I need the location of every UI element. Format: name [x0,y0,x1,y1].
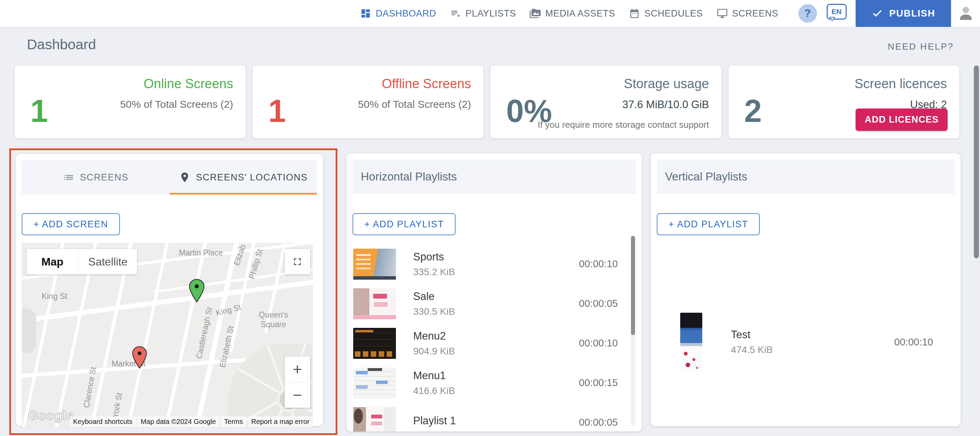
nav-item-media-assets[interactable]: MEDIA ASSETS [530,8,615,19]
playlist-lines-icon [450,8,461,19]
map-data-copyright: Map data ©2024 Google [137,416,219,427]
street-label-queens-square: Queen's Square [250,310,297,329]
keyboard-shortcuts-link[interactable]: Keyboard shortcuts [70,416,136,427]
google-logo[interactable]: Google [28,409,74,423]
need-help-link[interactable]: NEED HELP? [888,41,954,52]
map-fullscreen-button[interactable] [285,249,310,274]
tab-screens-locations-label: SCREENS' LOCATIONS [196,172,308,183]
playlist-duration: 00:00:10 [894,336,933,348]
playlist-thumbnail-sale [353,288,396,319]
add-vertical-playlist-button[interactable]: + ADD PLAYLIST [657,213,760,235]
online-screen-map-marker[interactable] [189,279,205,304]
map-type-map-button[interactable]: Map [27,249,78,274]
dashboard-grid-icon [360,8,371,19]
top-navbar: DASHBOARD PLAYLISTS MEDIA ASSETS SCHEDUL… [0,0,980,27]
horizontal-playlists-title: Horizontal Playlists [361,170,457,183]
playlist-size: 330.5 KiB [413,306,455,317]
playlist-row-sale[interactable]: Sale 330.5 KiB 00:00:05 [346,284,642,323]
storage-usage-amount: 37.6 MiB/10.0 GiB [622,98,709,111]
publish-button[interactable]: PUBLISH [856,0,951,27]
nav-screens-label: SCREENS [732,8,778,19]
screens-locations-panel: SCREENS SCREENS' LOCATIONS + ADD SCREEN [16,154,323,426]
map-attribution-bar: Keyboard shortcuts Map data ©2024 Google… [70,416,313,427]
playlist-scrollbar-track[interactable] [631,236,635,426]
list-icon [63,171,75,183]
playlist-row-playlist-1[interactable]: Playlist 1 00:00:05 [346,403,642,431]
tab-screens-label: SCREENS [80,172,129,183]
vertical-playlists-panel: Vertical Playlists + ADD PLAYLIST Test 4… [651,153,961,426]
playlist-size: 335.2 KiB [413,266,455,277]
user-avatar[interactable] [955,5,977,22]
street-label-martin-place: Martin Place [173,248,229,258]
storage-usage-title: Storage usage [624,76,709,91]
help-question-mark: ? [804,7,811,20]
language-code: EN [832,8,842,16]
online-screens-card: 1 Online Screens 50% of Total Screens (2… [14,65,246,138]
map-water-area [22,308,36,353]
monitor-icon [717,8,728,19]
nav-schedules-label: SCHEDULES [644,8,703,19]
playlist-size: 416.6 KiB [413,385,455,396]
playlist-size: 474.5 KiB [731,344,773,355]
nav-playlists-label: PLAYLISTS [466,8,516,19]
playlist-thumbnail-sports [353,249,396,280]
playlist-name: Sports [413,251,455,263]
playlist-duration: 00:00:10 [579,258,618,270]
nav-item-schedules[interactable]: SCHEDULES [629,8,703,19]
street-label-king-st-west: King St [37,292,72,301]
add-licences-button[interactable]: ADD LICENCES [856,108,948,131]
map-type-control: Map Satellite [27,249,137,274]
map-type-satellite-button[interactable]: Satellite [78,249,137,274]
playlist-thumbnail-menu2 [353,328,396,359]
map-zoom-in-button[interactable]: + [285,357,310,382]
vertical-playlists-title: Vertical Playlists [665,170,747,183]
tab-screens-locations[interactable]: SCREENS' LOCATIONS [170,160,317,195]
nav-dashboard-label: DASHBOARD [375,8,436,19]
nav-item-playlists[interactable]: PLAYLISTS [450,8,516,19]
tab-screens[interactable]: SCREENS [22,160,170,195]
nav-media-assets-label: MEDIA ASSETS [545,8,615,19]
offline-screen-map-marker[interactable] [132,346,147,370]
offline-screens-title: Offline Screens [382,76,471,91]
playlist-row-menu1[interactable]: Menu1 416.6 KiB 00:00:15 [346,363,642,403]
playlist-name: Menu1 [413,369,455,382]
playlist-scrollbar-thumb[interactable] [631,236,635,335]
playlist-thumbnail-playlist-1 [353,407,396,432]
playlist-name: Menu2 [413,330,455,342]
playlist-row-sports[interactable]: Sports 335.2 KiB 00:00:10 [346,244,642,284]
publish-label: PUBLISH [889,8,935,19]
playlist-name: Test [731,328,773,341]
playlist-row-test[interactable]: Test 474.5 KiB 00:00:10 [651,309,961,375]
horizontal-playlists-panel: Horizontal Playlists + ADD PLAYLIST Spor… [346,153,642,431]
nav-item-dashboard[interactable]: DASHBOARD [360,8,436,19]
vertical-playlists-header: Vertical Playlists [657,159,955,194]
storage-usage-card: 0% Storage usage 37.6 MiB/10.0 GiB If yo… [490,65,722,138]
playlist-duration: 00:00:15 [579,377,618,388]
report-map-error-link[interactable]: Report a map error [248,416,313,427]
terms-link[interactable]: Terms [221,416,247,427]
playlist-duration: 00:00:05 [579,417,618,428]
google-map[interactable]: Martin Place Elizab Phillip St King St K… [22,243,313,427]
street-label-king-st-east: King St [210,301,247,319]
check-icon [872,8,883,19]
map-zoom-control: + − [285,357,310,408]
add-screen-button[interactable]: + ADD SCREEN [22,213,120,235]
language-selector[interactable]: EN [827,4,846,23]
page-scrollbar[interactable] [974,65,979,258]
screens-tabbar: SCREENS SCREENS' LOCATIONS [22,160,317,195]
screen-licences-title: Screen licences [854,76,947,91]
calendar-icon [629,8,640,19]
stats-row: 1 Online Screens 50% of Total Screens (2… [14,65,959,138]
add-horizontal-playlist-button[interactable]: + ADD PLAYLIST [353,213,455,235]
playlist-row-menu2[interactable]: Menu2 904.9 KiB 00:00:10 [346,323,642,363]
playlist-thumbnail-menu1 [353,368,396,398]
help-icon[interactable]: ? [799,4,817,23]
page-title: Dashboard [27,36,96,53]
map-zoom-out-button[interactable]: − [285,382,310,408]
playlist-duration: 00:00:05 [579,298,618,309]
horizontal-playlists-header: Horizontal Playlists [353,159,636,194]
playlist-name: Sale [413,290,455,303]
online-screens-value: 1 [30,95,48,127]
horizontal-playlist-list: Sports 335.2 KiB 00:00:10 Sale 330.5 KiB… [346,244,642,431]
nav-item-screens[interactable]: SCREENS [717,8,778,19]
